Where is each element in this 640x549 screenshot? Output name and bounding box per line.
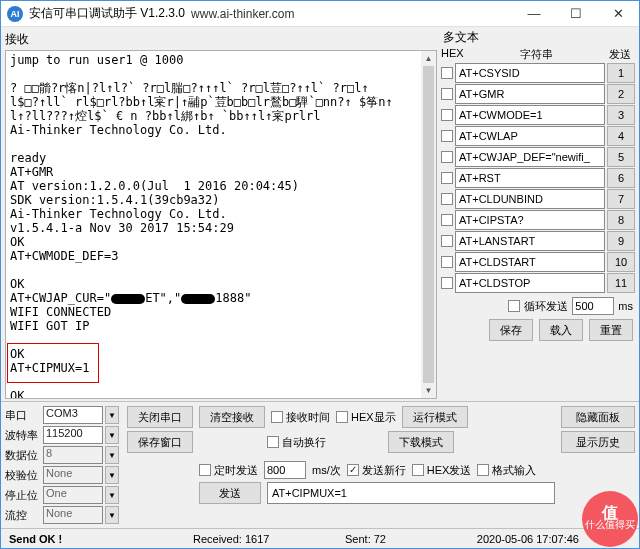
censor-block [181,294,215,304]
maximize-button[interactable]: ☐ [555,1,597,27]
row-hex-checkbox[interactable] [441,88,453,100]
sel-databits[interactable]: 8 [43,446,103,464]
row-hex-checkbox[interactable] [441,172,453,184]
send-input[interactable] [267,482,555,504]
row-string-input[interactable] [455,231,605,251]
newline-check[interactable]: 发送新行 [347,463,406,478]
col-string: 字符串 [467,47,605,62]
save-window-button[interactable]: 保存窗口 [127,431,193,453]
row-hex-checkbox[interactable] [441,277,453,289]
receive-text[interactable]: jump to run user1 @ 1000 ? □□䯚?r愘n|?l↑l?… [6,51,436,398]
save-preset-button[interactable]: 保存 [489,319,533,341]
download-mode-button[interactable]: 下载模式 [388,431,454,453]
recvtime-check[interactable]: 接收时间 [271,410,330,425]
autowrap-check[interactable]: 自动换行 [267,435,326,450]
drop-icon[interactable]: ▼ [105,466,119,484]
row-hex-checkbox[interactable] [441,151,453,163]
row-send-button[interactable]: 1 [607,63,635,83]
window-title: 安信可串口调试助手 V1.2.3.0 [29,5,185,22]
drop-icon[interactable]: ▼ [105,446,119,464]
row-string-input[interactable] [455,189,605,209]
timed-send-check[interactable]: 定时发送 [199,463,258,478]
row-string-input[interactable] [455,84,605,104]
row-send-button[interactable]: 11 [607,273,635,293]
scrollbar[interactable]: ▲ ▼ [421,51,436,398]
loop-checkbox[interactable] [508,300,520,312]
row-send-button[interactable]: 4 [607,126,635,146]
drop-icon[interactable]: ▼ [105,486,119,504]
multi-label: 多文本 [441,29,635,47]
sel-baud[interactable]: 115200 [43,426,103,444]
row-send-button[interactable]: 10 [607,252,635,272]
status-bar: Send OK ! Received: 1617 Sent: 72 2020-0… [1,528,639,548]
row-send-button[interactable]: 6 [607,168,635,188]
app-logo-icon: AI [7,6,23,22]
scroll-thumb[interactable] [423,66,434,383]
row-string-input[interactable] [455,63,605,83]
censor-block [111,294,145,304]
status-received: Received: 1617 [193,533,269,545]
row-string-input[interactable] [455,252,605,272]
app-window: AI 安信可串口调试助手 V1.2.3.0 www.ai-thinker.com… [0,0,640,549]
ms-label: ms [618,300,633,312]
sel-parity[interactable]: None [43,466,103,484]
row-string-input[interactable] [455,105,605,125]
row-hex-checkbox[interactable] [441,130,453,142]
loop-interval-input[interactable] [572,297,614,315]
sel-port[interactable]: COM3 [43,406,103,424]
row-string-input[interactable] [455,126,605,146]
load-preset-button[interactable]: 载入 [539,319,583,341]
vendor-url: www.ai-thinker.com [191,7,294,21]
multi-row: 5 [441,147,635,167]
row-string-input[interactable] [455,273,605,293]
scroll-track[interactable] [421,66,436,383]
sel-flow[interactable]: None [43,506,103,524]
row-send-button[interactable]: 9 [607,231,635,251]
lbl-baud: 波特率 [5,428,41,443]
drop-icon[interactable]: ▼ [105,406,119,424]
reset-preset-button[interactable]: 重置 [589,319,633,341]
close-port-button[interactable]: 关闭串口 [127,406,193,428]
col-send: 发送 [605,47,635,62]
row-send-button[interactable]: 8 [607,210,635,230]
msper-label: ms/次 [312,463,341,478]
row-hex-checkbox[interactable] [441,193,453,205]
status-sent: Sent: 72 [345,533,386,545]
hexsend-check[interactable]: HEX发送 [412,463,472,478]
timed-interval-input[interactable] [264,461,306,479]
clear-recv-button[interactable]: 清空接收 [199,406,265,428]
sel-stopbits[interactable]: One [43,486,103,504]
drop-icon[interactable]: ▼ [105,426,119,444]
scroll-down-icon[interactable]: ▼ [421,383,436,398]
row-hex-checkbox[interactable] [441,235,453,247]
receive-box: jump to run user1 @ 1000 ? □□䯚?r愘n|?l↑l?… [5,50,437,399]
row-send-button[interactable]: 5 [607,147,635,167]
row-hex-checkbox[interactable] [441,67,453,79]
status-time: 2020-05-06 17:07:46 [477,533,579,545]
show-history-button[interactable]: 显示历史 [561,431,635,453]
lbl-databits: 数据位 [5,448,41,463]
row-string-input[interactable] [455,147,605,167]
loop-label: 循环发送 [524,299,568,314]
fmtinput-check[interactable]: 格式输入 [477,463,536,478]
col-hex: HEX [441,47,467,62]
lbl-port: 串口 [5,408,41,423]
row-string-input[interactable] [455,210,605,230]
row-hex-checkbox[interactable] [441,109,453,121]
hide-panel-button[interactable]: 隐藏面板 [561,406,635,428]
row-hex-checkbox[interactable] [441,214,453,226]
row-send-button[interactable]: 2 [607,84,635,104]
multi-row: 1 [441,63,635,83]
scroll-up-icon[interactable]: ▲ [421,51,436,66]
close-button[interactable]: ✕ [597,1,639,27]
run-mode-button[interactable]: 运行模式 [402,406,468,428]
multi-row: 4 [441,126,635,146]
row-string-input[interactable] [455,168,605,188]
send-button[interactable]: 发送 [199,482,261,504]
row-send-button[interactable]: 7 [607,189,635,209]
row-send-button[interactable]: 3 [607,105,635,125]
hexdisp-check[interactable]: HEX显示 [336,410,396,425]
drop-icon[interactable]: ▼ [105,506,119,524]
minimize-button[interactable]: — [513,1,555,27]
row-hex-checkbox[interactable] [441,256,453,268]
